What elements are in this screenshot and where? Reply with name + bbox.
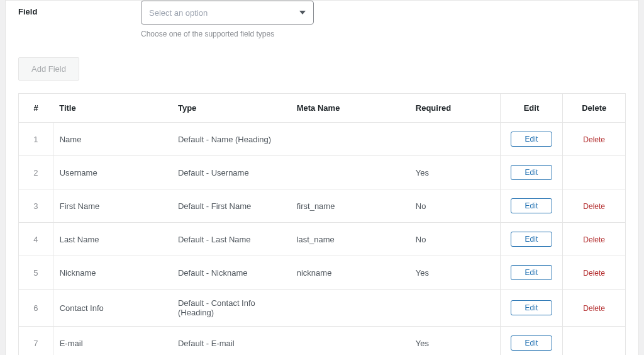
field-control: Select an option Choose one of the suppo… <box>141 1 626 38</box>
row-number: 7 <box>19 327 53 356</box>
row-edit-cell: Edit <box>500 327 563 356</box>
fields-panel: Field Select an option Choose one of the… <box>5 0 639 355</box>
row-number: 2 <box>19 156 53 189</box>
delete-button[interactable]: Delete <box>583 202 605 211</box>
row-delete-cell <box>563 156 626 189</box>
edit-button[interactable]: Edit <box>511 132 553 147</box>
row-type: Default - Name (Heading) <box>172 123 291 156</box>
row-delete-cell: Delete <box>563 290 626 327</box>
row-meta: last_name <box>291 223 409 256</box>
field-type-select[interactable]: Select an option <box>141 1 314 25</box>
row-type: Default - E-mail <box>172 327 291 356</box>
row-required <box>409 290 500 327</box>
table-row: 4Last NameDefault - Last Namelast_nameNo… <box>19 223 626 256</box>
field-label: Field <box>18 1 141 16</box>
row-meta <box>291 123 409 156</box>
row-title: First Name <box>53 189 172 223</box>
row-edit-cell: Edit <box>500 290 563 327</box>
edit-button[interactable]: Edit <box>511 232 553 247</box>
field-type-row: Field Select an option Choose one of the… <box>6 1 638 38</box>
header-required: Required <box>409 94 500 123</box>
select-placeholder: Select an option <box>149 8 208 18</box>
row-delete-cell: Delete <box>563 189 626 223</box>
delete-button[interactable]: Delete <box>583 269 605 278</box>
delete-button[interactable]: Delete <box>583 235 605 244</box>
row-type: Default - Last Name <box>172 223 291 256</box>
row-required: No <box>409 223 500 256</box>
row-title: Contact Info <box>53 290 172 327</box>
header-edit: Edit <box>500 94 563 123</box>
row-meta <box>291 290 409 327</box>
edit-button[interactable]: Edit <box>511 165 553 180</box>
row-edit-cell: Edit <box>500 189 563 223</box>
header-delete: Delete <box>563 94 626 123</box>
row-edit-cell: Edit <box>500 223 563 256</box>
row-meta: nickname <box>291 256 409 290</box>
row-title: E-mail <box>53 327 172 356</box>
table-row: 3First NameDefault - First Namefirst_nam… <box>19 189 626 223</box>
row-number: 4 <box>19 223 53 256</box>
row-meta <box>291 327 409 356</box>
row-required: Yes <box>409 256 500 290</box>
row-type: Default - Username <box>172 156 291 189</box>
row-required <box>409 123 500 156</box>
row-edit-cell: Edit <box>500 123 563 156</box>
row-delete-cell: Delete <box>563 256 626 290</box>
fields-table: # Title Type Meta Name Required Edit Del… <box>18 93 626 355</box>
helper-text: Choose one of the supported field types <box>141 30 626 38</box>
row-title: Last Name <box>53 223 172 256</box>
row-type: Default - First Name <box>172 189 291 223</box>
row-number: 1 <box>19 123 53 156</box>
header-num: # <box>19 94 53 123</box>
table-header-row: # Title Type Meta Name Required Edit Del… <box>19 94 626 123</box>
edit-button[interactable]: Edit <box>511 300 553 315</box>
delete-button[interactable]: Delete <box>583 304 605 313</box>
table-row: 2UsernameDefault - UsernameYesEdit <box>19 156 626 189</box>
row-delete-cell: Delete <box>563 123 626 156</box>
table-row: 1NameDefault - Name (Heading)EditDelete <box>19 123 626 156</box>
row-number: 3 <box>19 189 53 223</box>
table-row: 5NicknameDefault - NicknamenicknameYesEd… <box>19 256 626 290</box>
header-type: Type <box>172 94 291 123</box>
add-field-button[interactable]: Add Field <box>18 57 79 81</box>
row-title: Nickname <box>53 256 172 290</box>
row-edit-cell: Edit <box>500 256 563 290</box>
table-row: 7E-mailDefault - E-mailYesEdit <box>19 327 626 356</box>
edit-button[interactable]: Edit <box>511 265 553 280</box>
row-meta: first_name <box>291 189 409 223</box>
select-wrapper: Select an option <box>141 1 314 25</box>
table-row: 6Contact InfoDefault - Contact Info (Hea… <box>19 290 626 327</box>
row-type: Default - Nickname <box>172 256 291 290</box>
header-title: Title <box>53 94 172 123</box>
row-number: 6 <box>19 290 53 327</box>
row-title: Name <box>53 123 172 156</box>
row-delete-cell: Delete <box>563 223 626 256</box>
row-number: 5 <box>19 256 53 290</box>
row-required: Yes <box>409 327 500 356</box>
edit-button[interactable]: Edit <box>511 198 553 213</box>
row-title: Username <box>53 156 172 189</box>
row-type: Default - Contact Info (Heading) <box>172 290 291 327</box>
row-meta <box>291 156 409 189</box>
delete-button[interactable]: Delete <box>583 135 605 144</box>
row-required: No <box>409 189 500 223</box>
row-required: Yes <box>409 156 500 189</box>
row-delete-cell <box>563 327 626 356</box>
header-meta: Meta Name <box>291 94 409 123</box>
row-edit-cell: Edit <box>500 156 563 189</box>
edit-button[interactable]: Edit <box>511 335 553 351</box>
